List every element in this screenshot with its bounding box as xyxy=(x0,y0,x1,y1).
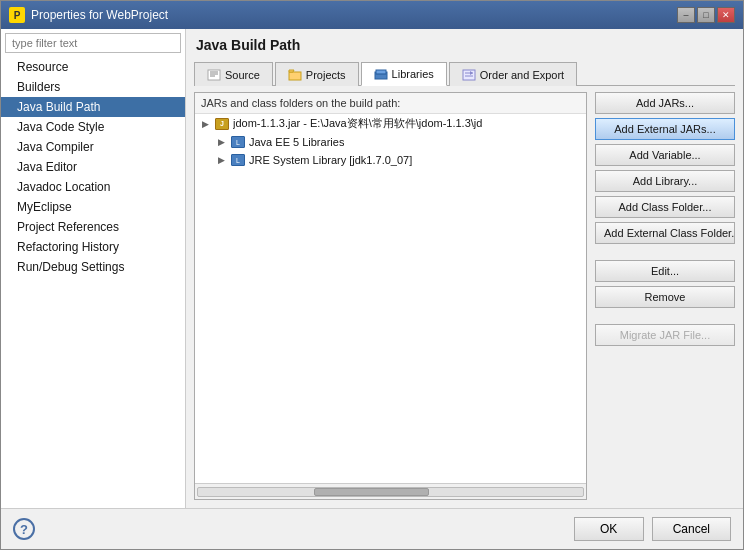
horizontal-scrollbar[interactable] xyxy=(197,487,584,497)
close-button[interactable]: ✕ xyxy=(717,7,735,23)
sidebar-item-java-editor[interactable]: Java Editor xyxy=(1,157,185,177)
tree-arrow-jdom: ▶ xyxy=(199,119,211,129)
svg-rect-8 xyxy=(463,70,475,80)
window-icon: P xyxy=(9,7,25,23)
button-spacer-1 xyxy=(595,248,735,256)
tab-source-label: Source xyxy=(225,69,260,81)
svg-rect-4 xyxy=(289,72,301,80)
source-tab-icon xyxy=(207,68,221,82)
sidebar-item-java-build-path[interactable]: Java Build Path xyxy=(1,97,185,117)
lib-icon-javaee: L xyxy=(230,135,246,149)
scrollbar-thumb[interactable] xyxy=(314,488,430,496)
lib-icon-jre: L xyxy=(230,153,246,167)
sidebar-items: Resource Builders Java Build Path Java C… xyxy=(1,57,185,508)
window-title: Properties for WebProject xyxy=(31,8,168,22)
ok-button[interactable]: OK xyxy=(574,517,644,541)
projects-tab-icon xyxy=(288,68,302,82)
tree-label-jre: JRE System Library [jdk1.7.0_07] xyxy=(249,154,412,166)
tree-arrow-javaee: ▶ xyxy=(215,137,227,147)
add-variable-button[interactable]: Add Variable... xyxy=(595,144,735,166)
add-class-folder-button[interactable]: Add Class Folder... xyxy=(595,196,735,218)
jar-icon-jdom: J xyxy=(214,117,230,131)
add-library-button[interactable]: Add Library... xyxy=(595,170,735,192)
title-controls: – □ ✕ xyxy=(677,7,735,23)
content-area: Resource Builders Java Build Path Java C… xyxy=(1,29,743,508)
tab-order-export[interactable]: Order and Export xyxy=(449,62,577,86)
remove-button[interactable]: Remove xyxy=(595,286,735,308)
sidebar-item-resource[interactable]: Resource xyxy=(1,57,185,77)
panel-title: Java Build Path xyxy=(194,37,735,53)
tree-arrow-jre: ▶ xyxy=(215,155,227,165)
add-external-jars-button[interactable]: Add External JARs... xyxy=(595,118,735,140)
svg-rect-6 xyxy=(376,70,386,74)
add-external-class-folder-button[interactable]: Add External Class Folder... xyxy=(595,222,735,244)
buttons-panel: Add JARs... Add External JARs... Add Var… xyxy=(595,92,735,500)
sidebar-item-myeclipse[interactable]: MyEclipse xyxy=(1,197,185,217)
bottom-bar: ? OK Cancel xyxy=(1,508,743,549)
tabs: Source Projects xyxy=(194,61,735,86)
horizontal-scrollbar-area xyxy=(195,483,586,499)
button-spacer-2 xyxy=(595,312,735,320)
tree-label-javaee: Java EE 5 Libraries xyxy=(249,136,344,148)
sidebar-item-java-compiler[interactable]: Java Compiler xyxy=(1,137,185,157)
tree-item-jre[interactable]: ▶ L JRE System Library [jdk1.7.0_07] xyxy=(195,151,586,169)
tree-item-javaee[interactable]: ▶ L Java EE 5 Libraries xyxy=(195,133,586,151)
tab-order-export-label: Order and Export xyxy=(480,69,564,81)
tree-description: JARs and class folders on the build path… xyxy=(195,93,586,114)
add-jars-button[interactable]: Add JARs... xyxy=(595,92,735,114)
title-bar-left: P Properties for WebProject xyxy=(9,7,168,23)
migrate-jar-button[interactable]: Migrate JAR File... xyxy=(595,324,735,346)
main-panel: Java Build Path Source xyxy=(186,29,743,508)
tab-projects[interactable]: Projects xyxy=(275,62,359,86)
sidebar-item-run-debug-settings[interactable]: Run/Debug Settings xyxy=(1,257,185,277)
sidebar-item-project-references[interactable]: Project References xyxy=(1,217,185,237)
tree-label-jdom: jdom-1.1.3.jar - E:\Java资料\常用软件\jdom-1.1… xyxy=(233,116,482,131)
sidebar-item-java-code-style[interactable]: Java Code Style xyxy=(1,117,185,137)
tab-libraries-label: Libraries xyxy=(392,68,434,80)
panel-body: JARs and class folders on the build path… xyxy=(194,92,735,500)
sidebar-item-refactoring-history[interactable]: Refactoring History xyxy=(1,237,185,257)
bottom-buttons: OK Cancel xyxy=(574,517,731,541)
minimize-button[interactable]: – xyxy=(677,7,695,23)
maximize-button[interactable]: □ xyxy=(697,7,715,23)
filter-input[interactable] xyxy=(5,33,181,53)
title-bar: P Properties for WebProject – □ ✕ xyxy=(1,1,743,29)
tree-item-jdom[interactable]: ▶ J jdom-1.1.3.jar - E:\Java资料\常用软件\jdom… xyxy=(195,114,586,133)
tab-projects-label: Projects xyxy=(306,69,346,81)
sidebar-item-javadoc-location[interactable]: Javadoc Location xyxy=(1,177,185,197)
tab-libraries[interactable]: Libraries xyxy=(361,62,447,86)
tab-source[interactable]: Source xyxy=(194,62,273,86)
cancel-button[interactable]: Cancel xyxy=(652,517,731,541)
tree-panel: JARs and class folders on the build path… xyxy=(194,92,587,500)
help-button[interactable]: ? xyxy=(13,518,35,540)
sidebar-item-builders[interactable]: Builders xyxy=(1,77,185,97)
tree-content[interactable]: ▶ J jdom-1.1.3.jar - E:\Java资料\常用软件\jdom… xyxy=(195,114,586,483)
order-export-tab-icon xyxy=(462,68,476,82)
libraries-tab-icon xyxy=(374,67,388,81)
edit-button[interactable]: Edit... xyxy=(595,260,735,282)
properties-window: P Properties for WebProject – □ ✕ Resour… xyxy=(0,0,744,550)
sidebar: Resource Builders Java Build Path Java C… xyxy=(1,29,186,508)
